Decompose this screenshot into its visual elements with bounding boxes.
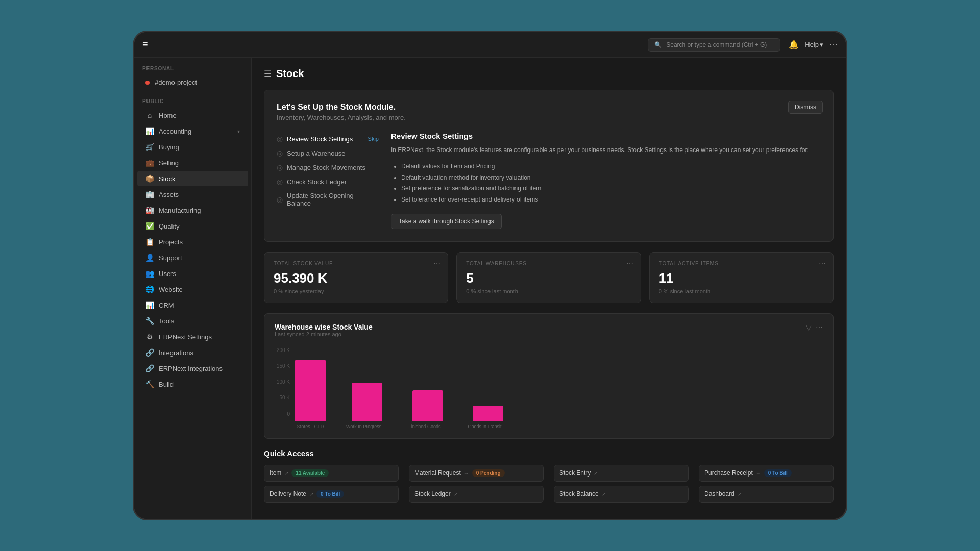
y-axis: 0 50 K 100 K 150 K 200 K bbox=[275, 347, 293, 417]
selling-icon: 💼 bbox=[145, 159, 154, 167]
sidebar-item-erpnext-integrations[interactable]: 🔗 ERPNext Integrations bbox=[137, 361, 248, 376]
bullet-item: Default valuation method for inventory v… bbox=[401, 172, 821, 184]
build-icon: 🔨 bbox=[145, 380, 154, 388]
to-bill-badge: 0 To Bill bbox=[316, 490, 344, 498]
sidebar-item-support[interactable]: 👤 Support bbox=[137, 250, 248, 265]
stat-label: TOTAL WAREHOUSES bbox=[466, 261, 631, 266]
integrations-icon: 🔗 bbox=[145, 348, 154, 357]
stat-more-button[interactable]: ⋯ bbox=[626, 260, 633, 268]
sidebar-item-projects[interactable]: 📋 Projects bbox=[137, 234, 248, 249]
walkthrough-button[interactable]: Take a walk through Stock Settings bbox=[391, 214, 502, 229]
filter-icon[interactable]: ▽ bbox=[806, 323, 812, 331]
sidebar-item-users[interactable]: 👥 Users bbox=[137, 266, 248, 281]
search-bar[interactable]: 🔍 Search or type a command (Ctrl + G) bbox=[648, 38, 780, 52]
bar-label: Finished Goods -... bbox=[408, 424, 447, 429]
available-badge: 11 Available bbox=[291, 469, 329, 477]
y-label: 50 K bbox=[275, 395, 290, 400]
sidebar-item-erpnext-settings[interactable]: ⚙ ERPNext Settings bbox=[137, 329, 248, 344]
sidebar-item-integrations[interactable]: 🔗 Integrations bbox=[137, 345, 248, 360]
step-check-ledger[interactable]: ◎ Check Stock Ledger bbox=[277, 174, 379, 189]
quick-item-name: Stock Entry bbox=[559, 469, 591, 477]
skip-button[interactable]: Skip bbox=[368, 136, 379, 142]
menu-button[interactable]: ⋯ bbox=[829, 40, 838, 49]
sidebar-item-selling[interactable]: 💼 Selling bbox=[137, 155, 248, 170]
step-label: Setup a Warehouse bbox=[287, 149, 345, 157]
sidebar-item-home[interactable]: ⌂ Home bbox=[137, 108, 248, 123]
quick-item-name: Purchase Receipt bbox=[704, 469, 753, 477]
sidebar-item-label: Stock bbox=[159, 175, 176, 183]
chart-titles: Warehouse wise Stock Value Last synced 2… bbox=[275, 323, 373, 345]
chart-more-button[interactable]: ⋯ bbox=[816, 323, 823, 331]
sidebar-item-label: Users bbox=[159, 270, 176, 278]
stat-sub: 0 % since yesterday bbox=[274, 288, 438, 294]
step-label: Update Stock Opening Balance bbox=[287, 192, 379, 207]
stat-more-button[interactable]: ⋯ bbox=[819, 260, 826, 268]
quick-item-stock-balance[interactable]: Stock Balance ↗ bbox=[554, 486, 689, 503]
y-label: 200 K bbox=[275, 347, 290, 353]
sidebar-item-label: CRM bbox=[159, 302, 174, 309]
sidebar-item-label: Tools bbox=[159, 317, 174, 325]
stat-label: TOTAL STOCK VALUE bbox=[274, 261, 438, 266]
stat-label: TOTAL ACTIVE ITEMS bbox=[659, 261, 824, 266]
sidebar-item-website[interactable]: 🌐 Website bbox=[137, 282, 248, 297]
sidebar-item-stock[interactable]: 📦 Stock bbox=[137, 171, 248, 186]
quick-item-stock-ledger[interactable]: Stock Ledger ↗ bbox=[409, 486, 544, 503]
chart-header: Warehouse wise Stock Value Last synced 2… bbox=[275, 323, 823, 345]
bell-icon: 🔔 bbox=[789, 40, 799, 49]
stats-row: TOTAL STOCK VALUE 95.390 K 0 % since yes… bbox=[264, 252, 834, 303]
projects-icon: 📋 bbox=[145, 238, 154, 246]
check-icon: ◎ bbox=[277, 163, 283, 171]
quick-item-purchase-receipt[interactable]: Purchase Receipt → 0 To Bill bbox=[699, 465, 834, 482]
bullet-item: Set tolerance for over-receipt and deliv… bbox=[401, 194, 821, 206]
main-layout: PERSONAL #demo-project PUBLIC ⌂ Home 📊 A… bbox=[134, 58, 846, 519]
step-review-stock-settings[interactable]: ◎ Review Stock Settings Skip bbox=[277, 132, 379, 146]
buying-icon: 🛒 bbox=[145, 143, 154, 151]
step-update-opening[interactable]: ◎ Update Stock Opening Balance bbox=[277, 189, 379, 210]
stat-value: 5 bbox=[466, 270, 631, 286]
stat-value: 11 bbox=[659, 270, 824, 286]
y-label: 100 K bbox=[275, 379, 290, 385]
sidebar-item-crm[interactable]: 📊 CRM bbox=[137, 297, 248, 313]
dot-icon bbox=[145, 81, 150, 85]
page-header: ☰ Stock bbox=[264, 68, 834, 80]
quick-item-delivery-note[interactable]: Delivery Note ↗ 0 To Bill bbox=[264, 486, 399, 503]
chart-card: Warehouse wise Stock Value Last synced 2… bbox=[264, 313, 834, 439]
sidebar-item-buying[interactable]: 🛒 Buying bbox=[137, 139, 248, 155]
sidebar-item-build[interactable]: 🔨 Build bbox=[137, 377, 248, 392]
arrow-icon: ↗ bbox=[454, 491, 458, 497]
bar-group-transit: Goods In Transit -... bbox=[468, 406, 508, 429]
sidebar-item-quality[interactable]: ✅ Quality bbox=[137, 218, 248, 234]
bar bbox=[473, 406, 503, 421]
stat-more-button[interactable]: ⋯ bbox=[433, 260, 440, 268]
quick-item-item[interactable]: Item ↗ 11 Available bbox=[264, 465, 399, 482]
step-manage-movements[interactable]: ◎ Manage Stock Movements bbox=[277, 160, 379, 174]
quick-access-title: Quick Access bbox=[264, 449, 834, 458]
hamburger-icon[interactable]: ☰ bbox=[264, 69, 271, 79]
sidebar-item-label: #demo-project bbox=[155, 79, 197, 86]
chart-area: 0 50 K 100 K 150 K 200 K Stores - GLD bbox=[275, 347, 823, 429]
notification-button[interactable]: 🔔 bbox=[789, 40, 799, 49]
sidebar-item-accounting[interactable]: 📊 Accounting ▾ bbox=[137, 123, 248, 139]
sidebar-item-label: Quality bbox=[159, 222, 179, 230]
sidebar-item-label: Manufacturing bbox=[159, 207, 201, 214]
sidebar-item-label: Buying bbox=[159, 143, 179, 151]
setup-info-intro: In ERPNext, the Stock module's features … bbox=[391, 145, 821, 155]
help-button[interactable]: Help ▾ bbox=[805, 41, 823, 48]
sidebar-item-assets[interactable]: 🏢 Assets bbox=[137, 187, 248, 202]
dismiss-button[interactable]: Dismiss bbox=[788, 101, 823, 114]
stat-card-stock-value: TOTAL STOCK VALUE 95.390 K 0 % since yes… bbox=[264, 252, 448, 303]
pending-badge: 0 Pending bbox=[472, 469, 505, 477]
page-title: Stock bbox=[276, 68, 304, 80]
accounting-icon: 📊 bbox=[145, 127, 154, 135]
step-setup-warehouse[interactable]: ◎ Setup a Warehouse bbox=[277, 146, 379, 160]
quick-item-dashboard[interactable]: Dashboard ↗ bbox=[699, 486, 834, 503]
settings-icon: ⚙ bbox=[145, 333, 154, 341]
sidebar-item-manufacturing[interactable]: 🏭 Manufacturing bbox=[137, 203, 248, 218]
sidebar-item-tools[interactable]: 🔧 Tools bbox=[137, 313, 248, 329]
setup-info-bullets: Default values for Item and Pricing Defa… bbox=[391, 161, 821, 205]
sidebar-item-demo-project[interactable]: #demo-project bbox=[137, 75, 248, 90]
sidebar-item-label: Home bbox=[159, 112, 177, 119]
quick-item-stock-entry[interactable]: Stock Entry ↗ bbox=[554, 465, 689, 482]
chevron-down-icon: ▾ bbox=[820, 41, 823, 48]
quick-item-material-request[interactable]: Material Request → 0 Pending bbox=[409, 465, 544, 482]
